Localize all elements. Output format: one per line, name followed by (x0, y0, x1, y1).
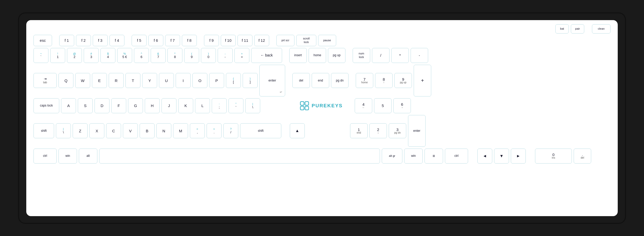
u-key[interactable]: U (159, 73, 174, 88)
menu-key[interactable]: ≡ (425, 149, 443, 164)
ctrl-right-key[interactable]: ctrl (445, 149, 468, 164)
quote-key[interactable]: " ' (228, 98, 243, 113)
num-asterisk-key[interactable]: * (391, 48, 409, 63)
backslash-key[interactable]: | \ (245, 98, 260, 113)
f6-key[interactable]: f 6 (148, 35, 163, 46)
prtscr-key[interactable]: prt scr (276, 35, 294, 46)
num1-key[interactable]: 1 end (350, 123, 368, 138)
backtick-key[interactable]: ~ ` (33, 48, 48, 63)
f10-key[interactable]: f 10 (221, 35, 236, 46)
home-key[interactable]: home (309, 48, 326, 63)
rightbracket-key[interactable]: } ] (243, 73, 258, 88)
v-key[interactable]: V (123, 123, 138, 138)
num7-key[interactable]: 7 home (356, 73, 373, 88)
num-minus-key[interactable]: - (411, 48, 428, 63)
c-key[interactable]: C (106, 123, 121, 138)
capslock-key[interactable]: caps lock (33, 98, 59, 113)
backspace-key[interactable]: ← back (251, 48, 282, 63)
q-key[interactable]: Q (58, 73, 73, 88)
f3-key[interactable]: f 3 (93, 35, 108, 46)
numlock-key[interactable]: numlock (353, 48, 370, 63)
arrow-left-key[interactable]: ◄ (477, 149, 492, 164)
arrow-up-key[interactable]: ▲ (290, 123, 305, 138)
f7-key[interactable]: f 7 (165, 35, 180, 46)
8-key[interactable]: * 8 (167, 48, 182, 63)
2-key[interactable]: @ 2 (67, 48, 82, 63)
f12-key[interactable]: f 12 (254, 35, 269, 46)
num5-key[interactable]: 5 (374, 98, 392, 113)
scrolllock-key[interactable]: scrolllock (296, 35, 316, 46)
num-plus-key[interactable]: + (414, 65, 431, 96)
alt-left-key[interactable]: alt (79, 149, 97, 164)
tab-key[interactable]: ⇥ tab (33, 73, 57, 88)
clean-key[interactable]: clean (592, 24, 611, 34)
5-key[interactable]: % 5 € (117, 48, 132, 63)
t-key[interactable]: T (125, 73, 140, 88)
f1-key[interactable]: f 1 (59, 35, 74, 46)
o-key[interactable]: O (192, 73, 207, 88)
w-key[interactable]: W (75, 73, 90, 88)
3-key[interactable]: # 3 (84, 48, 99, 63)
num4-key[interactable]: 4 ← (355, 98, 372, 113)
num-dot-key[interactable]: . del (574, 149, 591, 164)
s-key[interactable]: S (78, 98, 93, 113)
m-key[interactable]: M (173, 123, 188, 138)
intl-backslash-key[interactable]: | \ (56, 123, 71, 138)
num8-key[interactable]: 8 ↑ (375, 73, 393, 88)
num9-key[interactable]: 9 pg up (394, 73, 412, 88)
semicolon-key[interactable]: : ; (212, 98, 227, 113)
f9-key[interactable]: f 9 (204, 35, 219, 46)
num-slash-key[interactable]: / (372, 48, 389, 63)
equals-key[interactable]: + = (234, 48, 249, 63)
i-key[interactable]: I (176, 73, 191, 88)
esc-key[interactable]: esc (33, 35, 52, 46)
space-key[interactable] (99, 149, 380, 164)
f8-key[interactable]: f 8 (182, 35, 197, 46)
bat-key[interactable]: bat (555, 24, 569, 34)
4-key[interactable]: $ 4 (100, 48, 115, 63)
1-key[interactable]: ! 1 (50, 48, 65, 63)
z-key[interactable]: Z (73, 123, 88, 138)
leftbracket-key[interactable]: { [ (226, 73, 241, 88)
num0-key[interactable]: 0 ins (535, 149, 572, 164)
pgdn-key[interactable]: pg dn (331, 73, 349, 88)
pgup-key[interactable]: pg up (328, 48, 345, 63)
n-key[interactable]: N (156, 123, 171, 138)
6-key[interactable]: ^ 6 (134, 48, 149, 63)
pause-key[interactable]: pause (318, 35, 336, 46)
ctrl-left-key[interactable]: ctrl (33, 149, 57, 164)
enter-key[interactable]: enter ↵ (259, 65, 285, 96)
f4-key[interactable]: f 4 (109, 35, 124, 46)
win-left-key[interactable]: win (58, 149, 77, 164)
0-key[interactable]: ) 0 (201, 48, 216, 63)
g-key[interactable]: G (128, 98, 143, 113)
k-key[interactable]: K (178, 98, 193, 113)
period-key[interactable]: > . (207, 123, 222, 138)
comma-key[interactable]: < , (190, 123, 205, 138)
r-key[interactable]: R (109, 73, 124, 88)
p-key[interactable]: P (209, 73, 224, 88)
win-right-key[interactable]: win (404, 149, 423, 164)
x-key[interactable]: X (89, 123, 104, 138)
h-key[interactable]: H (145, 98, 160, 113)
f2-key[interactable]: f 2 (76, 35, 91, 46)
b-key[interactable]: B (140, 123, 155, 138)
num2-key[interactable]: 2 ↓ (369, 123, 387, 138)
a-key[interactable]: A (61, 98, 76, 113)
arrow-down-key[interactable]: ▼ (494, 149, 509, 164)
insert-key[interactable]: insert (289, 48, 307, 63)
num6-key[interactable]: 6 → (393, 98, 411, 113)
d-key[interactable]: D (95, 98, 109, 113)
f5-key[interactable]: f 5 (132, 35, 147, 46)
arrow-right-key[interactable]: ► (511, 149, 526, 164)
y-key[interactable]: Y (142, 73, 157, 88)
minus-key[interactable]: - - (218, 48, 233, 63)
del-key[interactable]: del (292, 73, 310, 88)
7-key[interactable]: & 7 (151, 48, 166, 63)
num3-key[interactable]: 3 pg dn (389, 123, 406, 138)
pair-key[interactable]: pair (571, 24, 584, 34)
altgr-key[interactable]: alt gr (382, 149, 402, 164)
f11-key[interactable]: f 11 (238, 35, 252, 46)
end-key[interactable]: end (312, 73, 329, 88)
9-key[interactable]: ( 9 (184, 48, 199, 63)
